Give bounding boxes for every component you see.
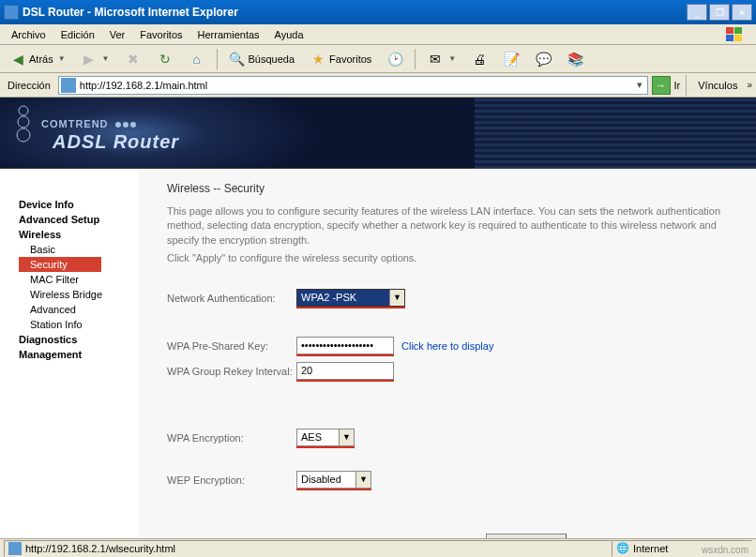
product-title: ADSL Router <box>53 131 179 153</box>
sidebar-sub-station-info[interactable]: Station Info <box>8 317 139 332</box>
discuss-button[interactable]: 💬 <box>529 49 557 69</box>
sidebar-item-wireless[interactable]: Wireless <box>8 227 139 242</box>
browser-viewport: COMTREND ADSL Router Device Info Advance… <box>0 98 756 538</box>
logo-rings-icon <box>9 103 38 159</box>
links-label: Vínculos <box>692 80 743 91</box>
wpa-enc-label: WPA Encryption: <box>167 432 296 444</box>
save-apply-button[interactable]: Save/Apply <box>486 534 567 538</box>
back-icon: ◀ <box>9 51 26 68</box>
research-icon: 📚 <box>567 51 583 68</box>
panel-desc-1: This page allows you to configure securi… <box>167 204 728 248</box>
sidebar-item-device-info[interactable]: Device Info <box>8 197 139 212</box>
globe-icon: 🌐 <box>616 542 629 554</box>
refresh-button[interactable]: ↻ <box>151 49 179 69</box>
mail-icon: ✉ <box>427 51 444 68</box>
back-button[interactable]: ◀ Atrás ▼ <box>4 49 71 69</box>
toolbar: ◀ Atrás ▼ ▶ ▼ ✖ ↻ ⌂ 🔍 Búsqueda ★ Favorit… <box>0 45 756 73</box>
sidebar-item-advanced-setup[interactable]: Advanced Setup <box>8 212 139 227</box>
search-button[interactable]: 🔍 Búsqueda <box>223 49 301 69</box>
favorites-button[interactable]: ★ Favoritos <box>304 49 377 69</box>
forward-icon: ▶ <box>81 51 98 68</box>
svg-rect-1 <box>734 27 742 34</box>
home-button[interactable]: ⌂ <box>183 49 211 69</box>
svg-point-5 <box>18 116 29 128</box>
history-button[interactable]: 🕑 <box>381 49 409 69</box>
address-label: Dirección <box>4 80 54 91</box>
menu-archivo[interactable]: Archivo <box>4 27 53 42</box>
rekey-label: WPA Group Rekey Interval: <box>167 366 296 377</box>
chevron-down-icon: ▼ <box>355 472 370 488</box>
svg-rect-2 <box>726 35 733 41</box>
refresh-icon: ↻ <box>157 51 174 68</box>
status-url: http://192.168.2.1/wlsecurity.html <box>25 543 175 554</box>
print-icon: 🖨 <box>471 51 488 68</box>
wpa-enc-value: AES <box>301 431 322 443</box>
panel-title: Wireless -- Security <box>167 182 728 195</box>
menu-ayuda[interactable]: Ayuda <box>267 27 311 42</box>
psk-display-link[interactable]: Click here to display <box>401 340 493 352</box>
sidebar-sub-wireless-bridge[interactable]: Wireless Bridge <box>8 287 139 302</box>
wpa-enc-select[interactable]: AES ▼ <box>296 429 355 446</box>
window-titlebar: DSL Router - Microsoft Internet Explorer… <box>0 0 756 24</box>
sidebar-nav: Device Info Advanced Setup Wireless Basi… <box>0 169 139 538</box>
addressbar: Dirección ▾ → Ir Vínculos » <box>0 73 756 98</box>
address-input-wrap: ▾ <box>58 76 648 95</box>
discuss-icon: 💬 <box>535 51 552 68</box>
search-icon: 🔍 <box>229 51 246 68</box>
address-dropdown[interactable]: ▾ <box>632 79 647 91</box>
stop-button[interactable]: ✖ <box>119 49 147 69</box>
menu-edicion[interactable]: Edición <box>53 27 102 42</box>
rekey-input[interactable] <box>296 362 394 380</box>
chevron-down-icon: ▼ <box>339 429 354 445</box>
svg-rect-3 <box>734 35 742 41</box>
sidebar-item-management[interactable]: Management <box>8 347 139 362</box>
menubar: Archivo Edición Ver Favoritos Herramient… <box>0 24 756 45</box>
chevron-down-icon: ▼ <box>389 290 404 306</box>
star-icon: ★ <box>310 51 326 68</box>
go-button[interactable]: → <box>652 76 671 95</box>
status-zone: Internet <box>633 543 668 554</box>
psk-input[interactable] <box>296 337 394 354</box>
favorites-label: Favoritos <box>329 53 371 65</box>
net-auth-select[interactable]: WPA2 -PSK ▼ <box>296 289 405 307</box>
menu-ver[interactable]: Ver <box>102 27 133 42</box>
panel-desc-2: Click "Apply" to configure the wireless … <box>167 251 728 265</box>
page-icon <box>61 78 76 93</box>
sidebar-sub-mac-filter[interactable]: MAC Filter <box>8 272 139 287</box>
router-banner: COMTREND ADSL Router <box>0 98 756 169</box>
svg-point-4 <box>19 106 28 115</box>
page-icon <box>8 542 22 555</box>
status-url-pane: http://192.168.2.1/wlsecurity.html <box>4 540 612 557</box>
close-button[interactable]: ✕ <box>732 4 752 21</box>
main-panel: Wireless -- Security This page allows yo… <box>139 169 756 538</box>
forward-button[interactable]: ▶ ▼ <box>75 49 115 69</box>
restore-button[interactable]: ❐ <box>709 4 730 21</box>
wep-enc-select[interactable]: Disabled ▼ <box>296 471 371 489</box>
app-icon <box>4 5 19 20</box>
sidebar-item-diagnostics[interactable]: Diagnostics <box>8 332 139 347</box>
menu-herramientas[interactable]: Herramientas <box>190 27 267 42</box>
home-icon: ⌂ <box>189 51 205 68</box>
menu-favoritos[interactable]: Favoritos <box>132 27 189 42</box>
svg-point-6 <box>17 128 30 142</box>
history-icon: 🕑 <box>386 51 403 68</box>
sidebar-sub-advanced[interactable]: Advanced <box>8 302 139 317</box>
edit-button[interactable]: 📝 <box>497 49 525 69</box>
sidebar-sub-security[interactable]: Security <box>19 257 101 272</box>
statusbar: http://192.168.2.1/wlsecurity.html 🌐 Int… <box>0 538 756 557</box>
research-button[interactable]: 📚 <box>561 49 589 69</box>
stop-icon: ✖ <box>125 51 142 68</box>
address-input[interactable] <box>78 80 632 91</box>
mail-button[interactable]: ✉▼ <box>421 49 461 69</box>
net-auth-label: Network Authentication: <box>167 293 296 304</box>
search-label: Búsqueda <box>249 53 295 65</box>
window-title: DSL Router - Microsoft Internet Explorer <box>23 6 687 19</box>
go-label: Ir <box>674 80 681 91</box>
edit-icon: 📝 <box>503 51 520 68</box>
minimize-button[interactable]: _ <box>687 4 707 21</box>
wep-enc-value: Disabled <box>301 474 341 485</box>
wep-enc-label: WEP Encryption: <box>167 474 296 486</box>
psk-label: WPA Pre-Shared Key: <box>167 340 296 352</box>
print-button[interactable]: 🖨 <box>465 49 493 69</box>
sidebar-sub-basic[interactable]: Basic <box>8 242 139 257</box>
